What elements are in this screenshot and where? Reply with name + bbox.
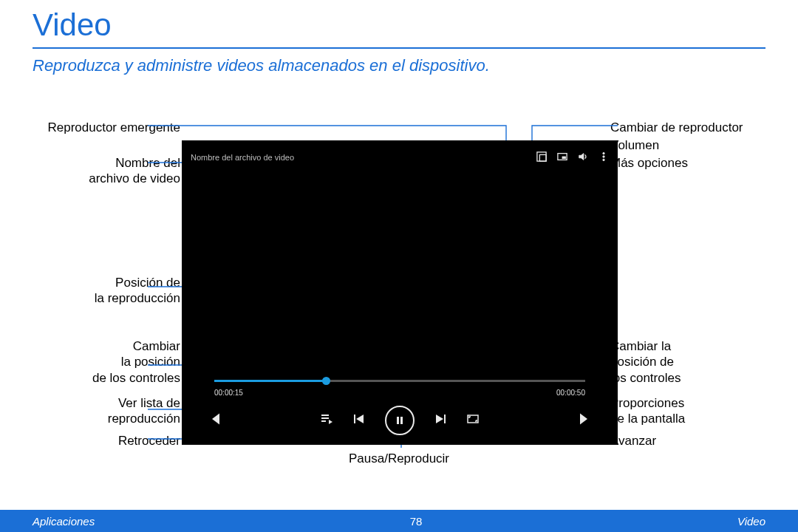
diagram-area: Reproductor emergente Nombre del archivo… (0, 103, 798, 502)
svg-marker-20 (580, 414, 587, 425)
svg-rect-3 (562, 157, 565, 159)
seek-thumb[interactable] (322, 377, 330, 385)
svg-marker-12 (329, 420, 332, 424)
time-total: 00:00:50 (556, 389, 585, 397)
label-screen-ratio: Proporciones de la pantalla (610, 395, 685, 427)
label-popup-player: Reproductor emergente (47, 120, 180, 135)
svg-marker-14 (356, 415, 364, 423)
label-pause-play: Pausa/Reproducir (0, 451, 798, 466)
label-more-options: Más opciones (610, 155, 688, 171)
switch-player-icon[interactable] (557, 151, 567, 163)
svg-rect-1 (539, 154, 546, 161)
footer-page-number: 78 (95, 515, 737, 528)
label-playback-position: Posición de la reproducción (95, 275, 180, 307)
svg-rect-16 (400, 417, 403, 424)
seek-bar[interactable]: 00:00:15 00:00:50 (214, 374, 585, 396)
label-playlist: Ver lista de reproducción (108, 395, 180, 427)
footer-section: Aplicaciones (33, 515, 95, 528)
move-controls-right-button[interactable] (576, 412, 591, 429)
player-filename-overlay: Nombre del archivo de video (191, 153, 536, 162)
svg-point-6 (603, 156, 604, 157)
label-move-controls-left: Cambiar la posición de los controles (92, 338, 180, 386)
label-switch-player: Cambiar de reproductor (610, 120, 743, 135)
label-move-controls-right: Cambiar la posición de los controles (610, 338, 681, 386)
page-footer: Aplicaciones 78 Video (0, 510, 798, 532)
svg-rect-13 (354, 415, 355, 423)
label-rewind: Retroceder (118, 433, 180, 449)
svg-rect-18 (444, 415, 446, 423)
aspect-ratio-icon[interactable] (466, 412, 480, 429)
page-title: Video (0, 0, 798, 43)
popup-player-icon[interactable] (536, 151, 547, 163)
svg-marker-4 (579, 154, 584, 160)
move-controls-left-button[interactable] (208, 412, 223, 429)
label-video-filename: Nombre del archivo de video (89, 155, 180, 187)
svg-marker-8 (212, 414, 219, 425)
svg-marker-17 (436, 415, 443, 423)
svg-rect-15 (397, 417, 399, 424)
svg-rect-0 (537, 152, 546, 161)
page-subtitle: Reproduzca y administre videos almacenad… (0, 49, 798, 75)
time-current: 00:00:15 (214, 389, 243, 397)
svg-point-5 (603, 152, 604, 154)
video-player-screenshot: Nombre del archivo de video 00:0 (182, 140, 618, 445)
forward-button[interactable] (434, 412, 447, 429)
more-options-icon[interactable] (598, 151, 609, 163)
footer-topic: Video (737, 515, 765, 528)
svg-point-7 (603, 159, 604, 160)
playlist-icon[interactable] (320, 412, 333, 429)
pause-play-button[interactable] (385, 406, 415, 435)
volume-icon[interactable] (578, 151, 588, 163)
rewind-button[interactable] (352, 412, 366, 429)
